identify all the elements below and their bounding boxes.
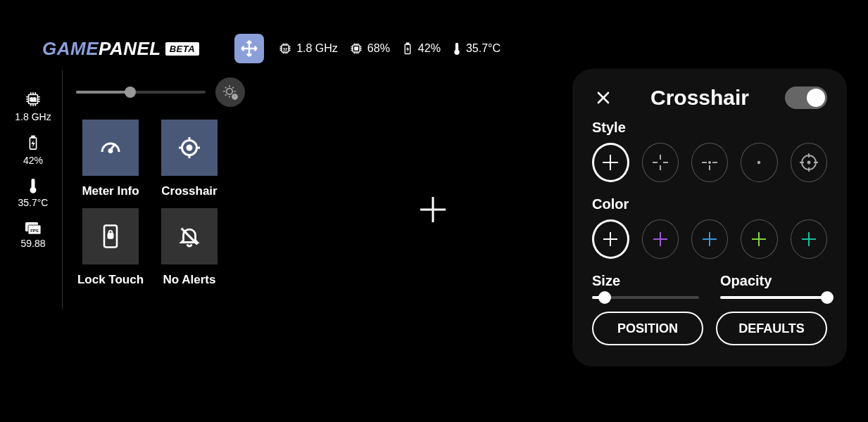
stat-cpuload-value: 68%	[367, 42, 390, 55]
sidebar: 32 1.8 GHz 42% 35.7°C FPS 59.88	[10, 90, 56, 249]
svg-point-17	[109, 150, 112, 153]
sidebar-temp-value: 35.7°C	[18, 197, 49, 208]
stat-cpufreq-value: 1.8 GHz	[296, 42, 338, 55]
fps-icon: FPS	[24, 219, 42, 235]
logo-panel: PANEL	[99, 38, 161, 60]
color-option[interactable]	[691, 219, 728, 259]
tile-label: No Alerts	[163, 273, 216, 287]
svg-point-25	[807, 162, 810, 164]
quick-panel: Meter Info Crosshair Lock Touch No Alert…	[76, 77, 245, 287]
style-option-reticle[interactable]	[791, 143, 827, 182]
opacity-label: Opacity	[720, 273, 827, 289]
slider-thumb[interactable]	[125, 87, 136, 98]
svg-point-13	[227, 89, 233, 95]
beta-badge: BETA	[165, 42, 199, 56]
style-label: Style	[592, 120, 827, 136]
brightness-slider[interactable]	[76, 91, 206, 94]
svg-point-19	[187, 146, 191, 150]
color-option[interactable]	[791, 219, 827, 259]
overlay-crosshair	[417, 194, 448, 228]
logo-game: GAME	[42, 38, 99, 60]
battery-charging-icon	[401, 41, 414, 56]
style-option-dot[interactable]	[741, 143, 777, 182]
stat-temp-value: 35.7°C	[466, 42, 501, 55]
opacity-slider[interactable]	[720, 296, 827, 299]
position-button[interactable]: POSITION	[592, 312, 703, 345]
sidebar-fps: FPS 59.88	[20, 219, 45, 249]
tile-crosshair[interactable]: Crosshair	[155, 120, 224, 198]
tile-meter-info[interactable]: Meter Info	[76, 120, 145, 198]
tile-label: Meter Info	[82, 184, 139, 198]
auto-brightness-button[interactable]	[215, 77, 245, 107]
divider	[62, 70, 63, 309]
svg-point-22	[709, 162, 710, 163]
crosshair-plus-icon	[601, 230, 619, 248]
crosshair-plus-icon	[700, 230, 719, 248]
color-options	[592, 219, 827, 259]
svg-rect-21	[108, 234, 113, 238]
color-label: Color	[592, 196, 827, 212]
style-option-gap-plus[interactable]	[642, 143, 679, 182]
color-option[interactable]	[642, 219, 679, 259]
toggle-knob	[807, 89, 825, 107]
style-option-t[interactable]	[691, 143, 728, 182]
thermometer-icon	[452, 41, 462, 56]
svg-rect-15	[234, 95, 236, 97]
size-label: Size	[592, 273, 699, 289]
battery-charging-icon	[25, 134, 41, 152]
cpu-icon	[349, 41, 363, 56]
svg-text:32: 32	[30, 96, 36, 103]
stat-cpufreq: 32 1.8 GHz	[278, 41, 338, 56]
lock-screen-icon	[99, 224, 122, 249]
svg-text:32: 32	[283, 47, 288, 51]
stat-battery-value: 42%	[418, 42, 441, 55]
crosshair-icon	[177, 135, 202, 160]
crosshair-toggle[interactable]	[785, 87, 827, 109]
crosshair-plus-icon	[651, 230, 669, 248]
crosshair-plus-icon	[750, 230, 768, 248]
svg-text:FPS: FPS	[30, 229, 39, 233]
style-option-plus[interactable]	[592, 143, 629, 182]
gauge-icon	[98, 135, 123, 160]
panel-title: Crosshair	[615, 86, 785, 110]
crosshair-reticle-icon	[798, 152, 819, 173]
sidebar-fps-value: 59.88	[20, 238, 45, 249]
chip-icon: 32	[278, 41, 292, 56]
thermometer-icon	[27, 177, 39, 194]
color-option[interactable]	[741, 219, 777, 259]
top-stats: 32 1.8 GHz 68% 42% 35.7°C	[278, 41, 501, 56]
crosshair-gap-icon	[650, 153, 670, 172]
crosshair-settings-panel: Crosshair Style Color Size Op	[572, 69, 847, 366]
stat-cpuload: 68%	[349, 41, 390, 56]
crosshair-dot-icon	[749, 153, 769, 172]
move-handle-button[interactable]	[234, 34, 264, 63]
color-option[interactable]	[592, 219, 629, 259]
slider-thumb[interactable]	[598, 291, 611, 304]
svg-rect-5	[406, 43, 408, 44]
crosshair-plus-icon	[800, 230, 818, 248]
svg-point-16	[234, 98, 236, 99]
tile-label: Lock Touch	[77, 273, 144, 287]
tile-lock-touch[interactable]: Lock Touch	[76, 208, 145, 287]
close-button[interactable]	[592, 87, 615, 109]
sidebar-battery-value: 42%	[23, 155, 43, 166]
style-options	[592, 143, 827, 182]
sidebar-battery: 42%	[23, 134, 43, 166]
stat-battery: 42%	[401, 41, 441, 56]
slider-thumb[interactable]	[821, 291, 834, 304]
tile-no-alerts[interactable]: No Alerts	[155, 208, 224, 287]
svg-point-23	[757, 161, 760, 164]
crosshair-t-icon	[700, 153, 719, 172]
move-arrows-icon	[240, 39, 258, 58]
size-slider[interactable]	[592, 296, 699, 299]
sidebar-cpufreq-value: 1.8 GHz	[15, 111, 51, 122]
chip-icon: 32	[24, 90, 42, 108]
defaults-button[interactable]: DEFAULTS	[716, 312, 827, 345]
svg-rect-9	[32, 136, 34, 137]
sidebar-cpufreq: 32 1.8 GHz	[15, 90, 51, 122]
brightness-auto-icon	[221, 83, 239, 101]
crosshair-plus-icon	[600, 153, 620, 172]
app-logo: GAMEPANEL BETA	[42, 38, 199, 60]
crosshair-plus-icon	[417, 194, 448, 225]
stat-temp: 35.7°C	[452, 41, 501, 56]
